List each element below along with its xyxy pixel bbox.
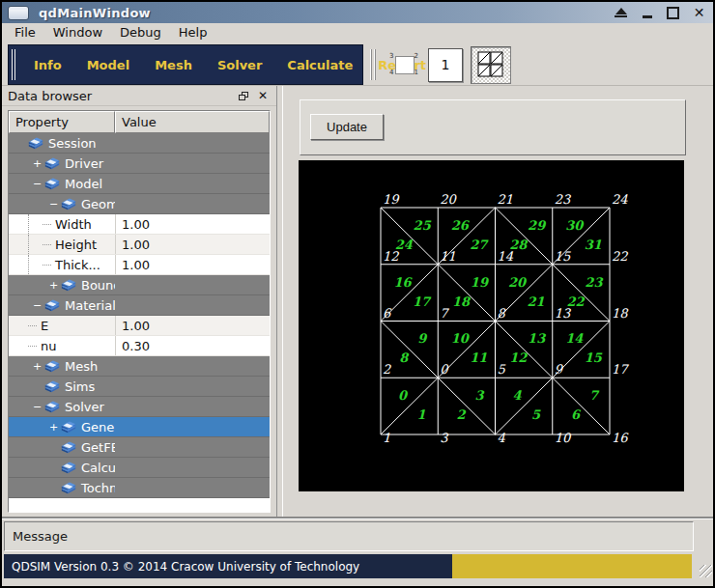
tree-row-geometry[interactable]: −Geometry: [9, 194, 270, 214]
svg-text:4: 4: [512, 388, 522, 403]
titlebar[interactable]: qdMainWindow ✕: [2, 2, 713, 23]
menu-item-window[interactable]: Window: [44, 24, 111, 41]
expander-plus[interactable]: +: [31, 360, 43, 373]
expander-minus[interactable]: −: [31, 401, 43, 413]
expander-plus[interactable]: +: [47, 279, 60, 292]
svg-text:20: 20: [440, 192, 457, 207]
maximize-button[interactable]: [665, 5, 681, 20]
property-cell: −Model: [9, 174, 115, 193]
svg-text:9: 9: [555, 362, 564, 377]
svg-text:29: 29: [528, 218, 547, 233]
svg-text:23: 23: [585, 275, 603, 290]
svg-text:9: 9: [417, 331, 428, 346]
dock-float-button[interactable]: [236, 89, 251, 102]
float-icon: [239, 92, 248, 100]
toolbar-drag-handle[interactable]: [370, 49, 371, 80]
svg-text:16: 16: [612, 431, 629, 445]
value-cell: [115, 377, 270, 396]
dock-close-button[interactable]: ✕: [255, 89, 271, 102]
mesh-pattern-toggle[interactable]: [471, 46, 511, 84]
element-count-box[interactable]: 1: [428, 48, 463, 82]
resize-grip[interactable]: [700, 565, 712, 577]
property-cell: +Driver: [9, 154, 115, 173]
toolbar-drag-handle[interactable]: [12, 49, 13, 80]
value-cell[interactable]: 1.00: [115, 255, 270, 274]
tree-row-getfem-[interactable]: GetFEM++: [9, 437, 270, 458]
message-label: Message: [13, 529, 68, 544]
data-browser-dock: Data browser ✕ Property Value Session+Dr…: [2, 86, 276, 517]
svg-text:19: 19: [471, 275, 490, 290]
tree-row-e[interactable]: E1.00: [9, 316, 270, 336]
shade-button[interactable]: [613, 5, 629, 20]
toolbar-action-mesh[interactable]: Mesh: [142, 58, 205, 72]
menu-item-debug[interactable]: Debug: [111, 24, 170, 41]
update-button[interactable]: Update: [310, 114, 384, 140]
node-icon: [43, 400, 61, 413]
svg-text:19: 19: [383, 192, 400, 207]
bottom-splitter[interactable]: [2, 517, 713, 519]
node-icon: [60, 197, 77, 210]
svg-text:17: 17: [413, 294, 432, 309]
svg-text:6: 6: [383, 306, 392, 321]
svg-text:16: 16: [393, 275, 413, 290]
toolbar-action-calculate[interactable]: Calculate: [274, 58, 365, 72]
svg-text:14: 14: [498, 249, 514, 264]
expander-plus[interactable]: +: [47, 421, 60, 434]
node-icon: [60, 440, 77, 454]
svg-text:7: 7: [589, 388, 600, 403]
window-icon: [8, 6, 29, 20]
tree-row-solver[interactable]: −Solver: [9, 397, 270, 417]
minimize-button[interactable]: [639, 5, 655, 20]
svg-text:7: 7: [440, 306, 449, 321]
close-button[interactable]: ✕: [691, 5, 707, 20]
tree-row-session[interactable]: Session: [9, 133, 270, 154]
node-icon: [43, 177, 61, 190]
menu-item-help[interactable]: Help: [170, 24, 216, 41]
property-cell: Session: [9, 133, 115, 153]
tree-row-material[interactable]: −Material: [9, 295, 270, 316]
expander-plus[interactable]: +: [31, 157, 43, 170]
column-header-property[interactable]: Property: [9, 111, 115, 133]
tree-row-driver[interactable]: +Driver: [9, 154, 270, 174]
toolbar-strip: InfoModelMeshSolverCalculateReport 3 2 4…: [2, 42, 713, 86]
expander-minus[interactable]: −: [31, 299, 43, 312]
tree-row-height[interactable]: Height1.00: [9, 235, 270, 255]
toolbar-action-info[interactable]: Info: [21, 58, 74, 72]
tree-row-sims[interactable]: Sims: [9, 377, 270, 397]
tree-row-thick-[interactable]: Thick...1.00: [9, 255, 270, 275]
dock-splitter[interactable]: [276, 86, 283, 517]
expander-minus[interactable]: −: [47, 198, 60, 210]
tree-row-nu[interactable]: nu0.30: [9, 336, 270, 356]
property-cell: +Generic: [9, 417, 115, 436]
tree-row-generic[interactable]: +Generic: [9, 417, 270, 437]
expander-minus[interactable]: −: [31, 178, 43, 190]
value-cell[interactable]: 1.00: [115, 235, 270, 254]
tree-row-calculix[interactable]: Calculix: [9, 458, 270, 478]
svg-text:13: 13: [555, 306, 572, 321]
status-text: QDSIM Version 0.3 © 2014 Cracow Universi…: [4, 554, 452, 578]
svg-text:8: 8: [399, 350, 410, 365]
toolbar-action-solver[interactable]: Solver: [205, 58, 274, 72]
tree-label: Geometry: [81, 197, 115, 211]
tree-row-model[interactable]: −Model: [9, 174, 270, 194]
tree-row-tochnog[interactable]: Tochnog: [9, 478, 270, 498]
node-icon: [43, 359, 61, 373]
column-header-value[interactable]: Value: [115, 111, 270, 133]
tree-row-width[interactable]: Width1.00: [9, 214, 270, 235]
value-cell: [115, 356, 270, 376]
value-cell[interactable]: 1.00: [115, 214, 270, 234]
svg-text:4: 4: [498, 431, 506, 445]
toolbar-action-model[interactable]: Model: [74, 58, 142, 72]
mesh-viewport[interactable]: 2425262728293031161718192021222389101112…: [299, 160, 684, 491]
svg-text:18: 18: [452, 294, 472, 309]
tree-row-boundary-conditions[interactable]: +Boundary Conditions: [9, 275, 270, 295]
value-cell[interactable]: 1.00: [115, 316, 270, 335]
menu-item-file[interactable]: File: [6, 24, 44, 41]
tree-row-mesh[interactable]: +Mesh: [9, 356, 270, 377]
mesh-drawing: 2425262728293031161718192021222389101112…: [299, 160, 684, 491]
property-cell: Height: [9, 235, 115, 254]
dock-titlebar[interactable]: Data browser ✕: [2, 86, 276, 106]
svg-text:18: 18: [612, 306, 629, 321]
value-cell[interactable]: 0.30: [115, 336, 270, 355]
element-toolbar: 3 2 4 1 1: [367, 44, 511, 85]
